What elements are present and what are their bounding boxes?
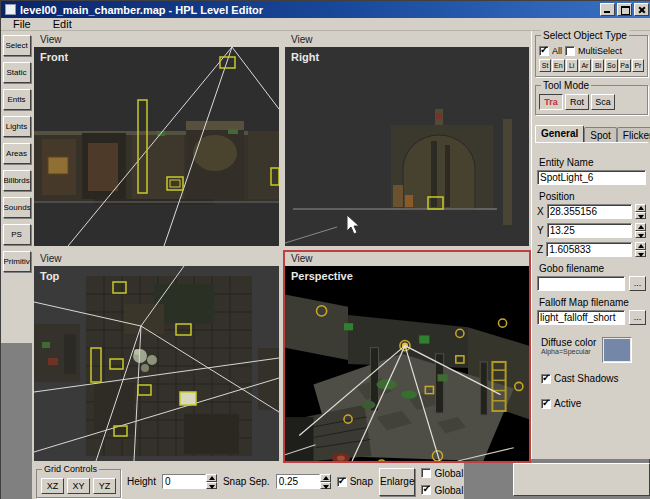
height-label: Height [127, 476, 156, 487]
viewport-front-label: Front [40, 51, 68, 63]
menu-edit[interactable]: Edit [53, 18, 72, 30]
viewport-grid: View Front [32, 31, 531, 463]
position-z-field[interactable] [546, 242, 632, 257]
position-y-field[interactable] [547, 223, 632, 238]
perspective-view-render [285, 266, 529, 461]
toolbar-static-button[interactable]: Static [3, 62, 31, 83]
plane-yz-button[interactable]: YZ [93, 478, 116, 494]
snap-label: Snap [350, 476, 373, 487]
general-tab-panel: Entity Name Position X Y Z Gobo filename [535, 142, 648, 458]
translate-mode-button[interactable]: Tra [539, 94, 563, 110]
snap-sep-label: Snap Sep. [223, 476, 270, 487]
toolbar-billboards-button[interactable]: Billbrds [3, 170, 31, 191]
plane-xz-button[interactable]: XZ [41, 478, 64, 494]
toolbar-entities-button[interactable]: Entts [3, 89, 31, 110]
active-label: Active [554, 398, 581, 409]
toolbar-sounds-button[interactable]: Sounds [3, 197, 31, 218]
bottom-bar-gap [464, 463, 513, 499]
menu-file[interactable]: File [13, 18, 31, 30]
global-ambient-checkbox[interactable] [421, 468, 431, 478]
falloff-browse-button[interactable]: ... [629, 310, 646, 325]
gobo-browse-button[interactable]: ... [629, 276, 646, 291]
object-properties-panel: Select Object Type All MultiSelect St En… [531, 31, 650, 459]
title-bar: level00_main_chamber.map - HPL Level Edi… [1, 1, 650, 18]
close-icon[interactable] [634, 3, 649, 16]
type-static-button[interactable]: St [539, 59, 551, 72]
type-billboard-button[interactable]: Bi [592, 59, 604, 72]
property-tabs: General Spot Flicker [535, 125, 648, 142]
minimize-icon[interactable] [600, 3, 615, 16]
global-point-checkbox[interactable] [421, 485, 431, 495]
type-particle-button[interactable]: Pa [619, 59, 631, 72]
app-icon [5, 4, 16, 15]
multiselect-checkbox[interactable] [565, 46, 575, 56]
toolbar-select-button[interactable]: Select [3, 35, 31, 56]
all-checkbox[interactable] [539, 46, 549, 56]
viewport-right-label: Right [291, 51, 319, 63]
cast-shadows-checkbox[interactable] [541, 374, 551, 384]
type-light-button[interactable]: Li [566, 59, 578, 72]
viewport-front[interactable]: View Front [32, 31, 281, 248]
multiselect-label: MultiSelect [578, 46, 622, 56]
diffuse-color-label: Diffuse color [541, 337, 596, 348]
left-toolbar: Select Static Entts Lights Areas Billbrd… [1, 31, 32, 463]
bottom-right-panel [513, 463, 650, 496]
top-view-render [34, 266, 279, 461]
y-axis-label: Y [537, 225, 544, 236]
plane-xy-button[interactable]: XY [67, 478, 90, 494]
height-stepper[interactable] [206, 474, 217, 489]
entity-name-label: Entity Name [539, 157, 646, 168]
position-z-stepper[interactable] [635, 242, 646, 257]
gobo-filename-field[interactable] [537, 276, 625, 291]
falloff-map-field[interactable] [537, 310, 625, 325]
falloff-map-label: Falloff Map filename [539, 297, 646, 308]
bottom-bar: Grid Controls XZ XY YZ Height Snap Sep. … [1, 463, 650, 499]
alpha-specular-note: Alpha=Specular [541, 348, 596, 355]
position-y-stepper[interactable] [635, 223, 646, 238]
toolbar-lights-button[interactable]: Lights [3, 116, 31, 137]
viewport-right-header: View [285, 33, 529, 47]
bottom-left-spacer [1, 463, 32, 499]
gobo-filename-label: Gobo filename [539, 263, 646, 274]
position-x-stepper[interactable] [635, 204, 646, 219]
z-axis-label: Z [537, 244, 543, 255]
window-title: level00_main_chamber.map - HPL Level Edi… [20, 4, 600, 16]
type-sound-button[interactable]: So [605, 59, 617, 72]
select-object-type-title: Select Object Type [541, 30, 629, 41]
enlarge-button[interactable]: Enlarge [379, 468, 415, 496]
type-entity-button[interactable]: En [552, 59, 564, 72]
viewport-perspective[interactable]: View Perspective [283, 250, 531, 463]
snap-checkbox[interactable] [337, 477, 347, 487]
left-toolbar-buttons: Select Static Entts Lights Areas Billbrd… [1, 31, 32, 343]
tab-flicker[interactable]: Flicker [617, 127, 650, 142]
tab-general[interactable]: General [535, 125, 584, 142]
viewport-perspective-header: View [285, 252, 529, 266]
maximize-icon[interactable] [617, 3, 632, 16]
left-toolbar-spacer [1, 343, 32, 463]
toolbar-primitives-button[interactable]: Primitives [3, 251, 31, 272]
snap-sep-field[interactable] [276, 474, 320, 489]
position-x-field[interactable] [547, 204, 632, 219]
active-checkbox[interactable] [541, 399, 551, 409]
toolbar-areas-button[interactable]: Areas [3, 143, 31, 164]
select-object-type-group: Select Object Type All MultiSelect St En… [535, 35, 648, 77]
height-field[interactable] [162, 474, 206, 489]
grid-controls-bar: Grid Controls XZ XY YZ Height Snap Sep. … [32, 463, 464, 499]
tool-mode-title: Tool Mode [541, 80, 591, 91]
scale-mode-button[interactable]: Sca [591, 94, 615, 110]
tab-spot[interactable]: Spot [584, 127, 617, 142]
viewport-top-header: View [34, 252, 279, 266]
toolbar-particles-button[interactable]: PS [3, 224, 31, 245]
grid-controls-group: Grid Controls XZ XY YZ [36, 469, 121, 498]
viewport-right[interactable]: View Right [283, 31, 531, 248]
viewport-top[interactable]: View Top [32, 250, 281, 463]
right-view-render [285, 47, 529, 246]
cast-shadows-label: Cast Shadows [554, 373, 618, 384]
rotate-mode-button[interactable]: Rot [565, 94, 589, 110]
entity-name-field[interactable] [537, 170, 646, 185]
type-primitive-button[interactable]: Pr [632, 59, 644, 72]
type-area-button[interactable]: Ar [579, 59, 591, 72]
diffuse-color-swatch[interactable] [602, 337, 632, 363]
tool-mode-group: Tool Mode Tra Rot Sca [535, 85, 648, 115]
snap-sep-stepper[interactable] [320, 474, 331, 489]
